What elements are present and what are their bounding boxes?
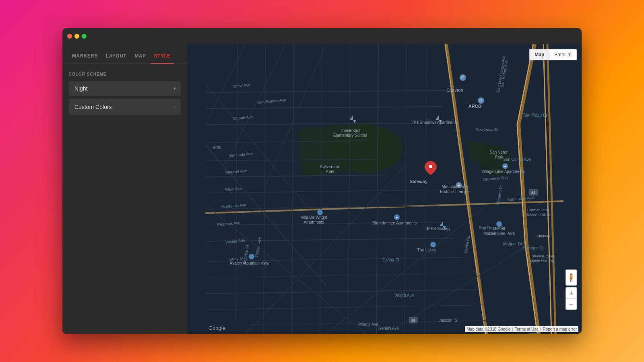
svg-text:Villa De Wright: Villa De Wright <box>301 215 327 220</box>
svg-text:Chevron: Chevron <box>446 88 463 93</box>
close-button[interactable] <box>67 34 72 39</box>
svg-text:●: ● <box>504 165 506 169</box>
svg-text:San Pablo Dr: San Pablo Dr <box>523 113 547 117</box>
tab-map[interactable]: MAP <box>131 50 149 64</box>
svg-point-93 <box>429 165 432 168</box>
svg-text:Mariner Dr: Mariner Dr <box>503 242 522 246</box>
app-body: MARKERS LAYOUT MAP STYLE COLOR SCHEME De… <box>62 44 582 334</box>
svg-text:Jackson St: Jackson St <box>439 318 458 323</box>
svg-text:The Lakes: The Lakes <box>417 248 436 252</box>
custom-colors-label: Custom Colors <box>74 104 112 110</box>
report-map-error-link[interactable]: Report a map error <box>543 327 577 331</box>
svg-text:Google: Google <box>208 325 225 331</box>
svg-text:German Inter...: German Inter... <box>527 208 551 212</box>
color-scheme-label: COLOR SCHEME <box>69 72 181 76</box>
terms-of-use-link[interactable]: Terms of Use <box>515 327 539 331</box>
svg-point-103 <box>249 254 254 259</box>
svg-text:85: 85 <box>531 191 535 195</box>
svg-text:Moffett: Moffett <box>493 226 506 231</box>
tab-markers[interactable]: MARKERS <box>69 50 101 64</box>
svg-text:Village Lake Apartments: Village Lake Apartments <box>481 169 525 174</box>
svg-text:Mountain View: Mountain View <box>442 185 468 189</box>
svg-text:Stevens Creek: Stevens Creek <box>531 254 555 258</box>
svg-text:Middlefield Ent...: Middlefield Ent... <box>530 259 557 263</box>
title-bar <box>62 28 582 44</box>
svg-text:School of Silico...: School of Silico... <box>525 213 553 217</box>
app-window: MARKERS LAYOUT MAP STYLE COLOR SCHEME De… <box>62 28 582 334</box>
zoom-out-button[interactable]: − <box>566 298 577 310</box>
svg-text:The Shadows Apartments: The Shadows Apartments <box>412 120 458 125</box>
map-container[interactable]: Drew Ave San Ramon Ave Doane Ave San Lui… <box>187 44 582 334</box>
zoom-in-button[interactable]: + <box>566 287 577 298</box>
svg-text:Buddhist Temple: Buddhist Temple <box>440 189 470 194</box>
traffic-lights <box>67 34 87 39</box>
svg-rect-60 <box>529 333 538 334</box>
sidebar: MARKERS LAYOUT MAP STYLE COLOR SCHEME De… <box>62 44 187 334</box>
svg-point-102 <box>317 210 323 215</box>
svg-text:Elementary School: Elementary School <box>333 133 367 138</box>
tab-layout[interactable]: LAYOUT <box>103 50 130 64</box>
svg-text:G: G <box>461 76 464 80</box>
svg-text:G: G <box>479 99 483 103</box>
map-svg: Drew Ave San Ramon Ave Doane Ave San Lui… <box>187 44 582 334</box>
svg-text:Park: Park <box>326 169 335 174</box>
map-attribution: Map data ©2018 Google | Terms of Use | R… <box>465 326 578 332</box>
svg-text:Shorebreeze Apartments: Shorebreeze Apartments <box>372 221 417 225</box>
svg-text:ARCO: ARCO <box>469 104 482 109</box>
svg-text:66: 66 <box>411 319 415 323</box>
svg-point-101 <box>430 242 436 247</box>
svg-text:Safeway: Safeway <box>410 179 428 184</box>
streetview-person-icon: 🧍 <box>567 274 576 281</box>
minimize-button[interactable] <box>74 34 79 39</box>
maximize-button[interactable] <box>82 34 87 39</box>
tab-style[interactable]: STYLE <box>151 50 174 64</box>
svg-text:Apartments: Apartments <box>303 220 324 224</box>
svg-text:Chateau: Chateau <box>537 234 550 238</box>
nav-tabs: MARKERS LAYOUT MAP STYLE <box>62 44 187 64</box>
svg-text:Moonbeam Dr: Moonbeam Dr <box>475 128 498 132</box>
svg-text:San Carlos Ave: San Carlos Ave <box>503 157 531 162</box>
svg-text:●: ● <box>458 183 460 187</box>
svg-text:Avalon Mountain View: Avalon Mountain View <box>230 261 270 265</box>
svg-text:Neptune Ct: Neptune Ct <box>523 246 544 250</box>
svg-text:●: ● <box>396 216 398 220</box>
sidebar-content: COLOR SCHEME Default Night Retro Silver … <box>62 64 187 334</box>
svg-text:Theuerkauf: Theuerkauf <box>340 128 361 133</box>
svg-text:Gemini Ave: Gemini Ave <box>378 326 399 331</box>
svg-text:Stevenson: Stevenson <box>320 164 341 169</box>
chevron-right-icon: › <box>173 104 175 110</box>
svg-text:IFES Society: IFES Society <box>427 226 450 231</box>
streetview-button[interactable]: 🧍 <box>566 269 577 286</box>
svg-text:Polaris Ave: Polaris Ave <box>358 322 378 327</box>
map-type-controls: Map Satellite <box>529 49 577 60</box>
map-data-text: Map data ©2018 Google <box>466 327 510 331</box>
svg-text:Canna Ct: Canna Ct <box>382 258 399 262</box>
svg-rect-0 <box>205 44 564 334</box>
svg-text:Park: Park <box>495 155 504 159</box>
custom-colors-row[interactable]: Custom Colors › <box>69 99 181 115</box>
color-scheme-select[interactable]: Default Night Retro Silver Aubergine <box>69 81 181 96</box>
svg-text:San Veron: San Veron <box>490 150 509 154</box>
color-scheme-wrapper: Default Night Retro Silver Aubergine ▾ <box>69 81 181 96</box>
svg-text:ents: ents <box>213 145 221 150</box>
map-type-map-button[interactable]: Map <box>529 49 549 60</box>
svg-text:Wright Ave: Wright Ave <box>394 293 414 298</box>
map-zoom-controls: + − <box>566 287 577 310</box>
map-type-satellite-button[interactable]: Satellite <box>549 49 577 60</box>
svg-point-100 <box>496 221 502 227</box>
svg-text:Mobilehome Park: Mobilehome Park <box>483 231 515 236</box>
